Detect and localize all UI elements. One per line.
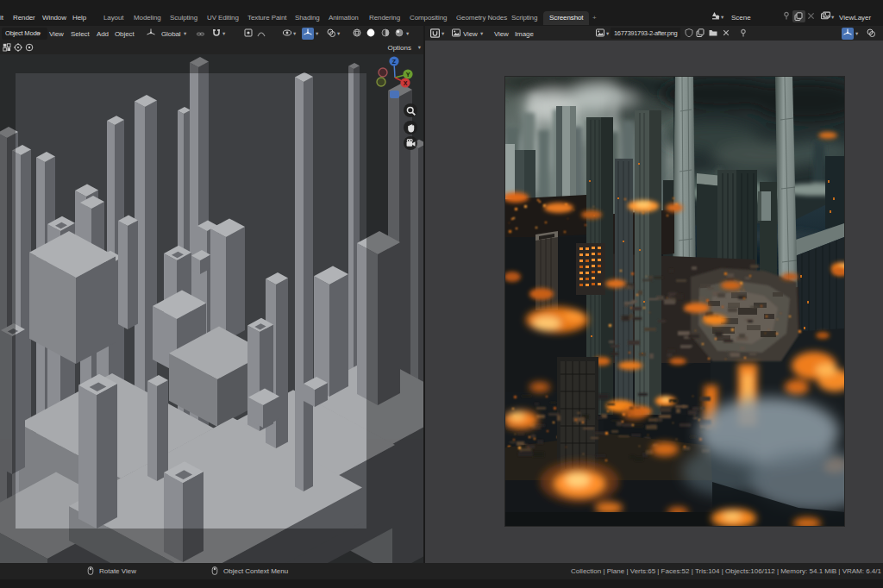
svg-text:X: X	[404, 80, 408, 86]
svg-text:Z: Z	[392, 59, 397, 65]
svg-text:Y: Y	[406, 72, 410, 78]
